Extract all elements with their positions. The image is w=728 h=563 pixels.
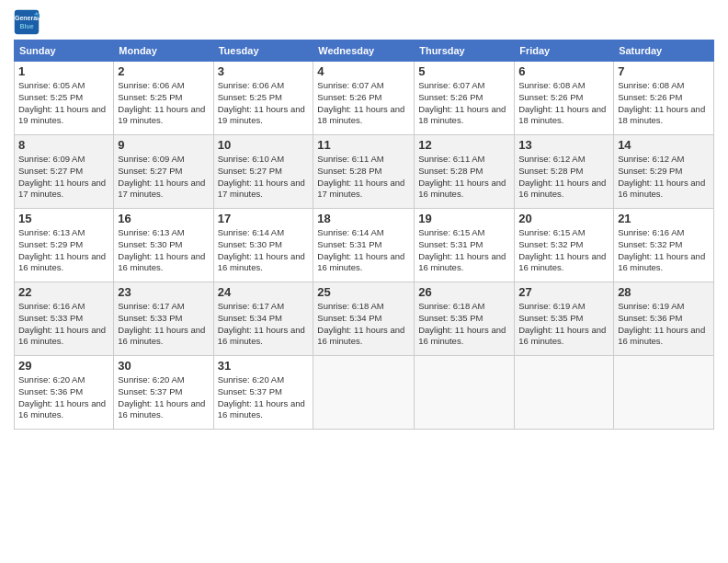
col-header-saturday: Saturday <box>614 40 714 62</box>
sunset-info: Sunset: 5:32 PM <box>518 239 583 249</box>
table-row: 25 Sunrise: 6:18 AM Sunset: 5:34 PM Dayl… <box>313 282 415 356</box>
sunset-info: Sunset: 5:26 PM <box>618 92 682 102</box>
daylight-info: Daylight: 11 hours and 16 minutes. <box>218 251 305 273</box>
sunrise-info: Sunrise: 6:07 AM <box>418 80 484 90</box>
day-number: 10 <box>218 138 310 152</box>
sunrise-info: Sunrise: 6:12 AM <box>518 154 585 164</box>
sunset-info: Sunset: 5:37 PM <box>218 386 282 396</box>
day-number: 19 <box>418 212 510 225</box>
daylight-info: Daylight: 11 hours and 16 minutes. <box>518 251 606 273</box>
sunrise-info: Sunrise: 6:14 AM <box>218 227 284 237</box>
daylight-info: Daylight: 11 hours and 18 minutes. <box>317 104 404 126</box>
calendar-table: SundayMondayTuesdayWednesdayThursdayFrid… <box>14 40 714 430</box>
table-row <box>614 356 714 430</box>
sunrise-info: Sunrise: 6:05 AM <box>18 80 85 90</box>
day-number: 15 <box>18 212 109 225</box>
sunrise-info: Sunrise: 6:13 AM <box>118 227 184 237</box>
table-row: 12 Sunrise: 6:11 AM Sunset: 5:28 PM Dayl… <box>415 135 515 209</box>
day-number: 9 <box>118 138 209 152</box>
sunset-info: Sunset: 5:28 PM <box>317 166 381 176</box>
table-row: 22 Sunrise: 6:16 AM Sunset: 5:33 PM Dayl… <box>15 282 114 356</box>
sunrise-info: Sunrise: 6:10 AM <box>218 154 284 164</box>
sunrise-info: Sunrise: 6:08 AM <box>518 80 585 90</box>
day-number: 8 <box>18 138 109 152</box>
sunrise-info: Sunrise: 6:11 AM <box>317 154 383 164</box>
sunset-info: Sunset: 5:34 PM <box>218 313 282 323</box>
table-row: 9 Sunrise: 6:09 AM Sunset: 5:27 PM Dayli… <box>114 135 213 209</box>
table-row: 28 Sunrise: 6:19 AM Sunset: 5:36 PM Dayl… <box>614 282 714 356</box>
sunset-info: Sunset: 5:34 PM <box>317 313 381 323</box>
table-row: 26 Sunrise: 6:18 AM Sunset: 5:35 PM Dayl… <box>415 282 515 356</box>
col-header-tuesday: Tuesday <box>213 40 313 62</box>
daylight-info: Daylight: 11 hours and 16 minutes. <box>518 178 606 200</box>
daylight-info: Daylight: 11 hours and 16 minutes. <box>618 178 705 200</box>
sunrise-info: Sunrise: 6:16 AM <box>618 227 684 237</box>
table-row: 10 Sunrise: 6:10 AM Sunset: 5:27 PM Dayl… <box>213 135 313 209</box>
table-row: 21 Sunrise: 6:16 AM Sunset: 5:32 PM Dayl… <box>614 209 714 282</box>
header: General Blue <box>14 9 714 35</box>
sunset-info: Sunset: 5:37 PM <box>118 386 182 396</box>
table-row: 16 Sunrise: 6:13 AM Sunset: 5:30 PM Dayl… <box>114 209 213 282</box>
sunrise-info: Sunrise: 6:13 AM <box>18 227 85 237</box>
sunrise-info: Sunrise: 6:09 AM <box>18 154 85 164</box>
daylight-info: Daylight: 11 hours and 16 minutes. <box>418 178 506 200</box>
col-header-thursday: Thursday <box>415 40 515 62</box>
col-header-wednesday: Wednesday <box>313 40 415 62</box>
sunrise-info: Sunrise: 6:16 AM <box>18 301 85 311</box>
sunset-info: Sunset: 5:27 PM <box>218 166 282 176</box>
sunset-info: Sunset: 5:35 PM <box>518 313 583 323</box>
daylight-info: Daylight: 11 hours and 17 minutes. <box>218 178 305 200</box>
day-number: 24 <box>218 285 310 299</box>
day-number: 16 <box>118 212 209 225</box>
day-number: 28 <box>618 285 710 299</box>
daylight-info: Daylight: 11 hours and 16 minutes. <box>418 251 506 273</box>
day-number: 22 <box>18 285 109 299</box>
sunset-info: Sunset: 5:29 PM <box>618 166 682 176</box>
daylight-info: Daylight: 11 hours and 16 minutes. <box>518 325 606 347</box>
daylight-info: Daylight: 11 hours and 18 minutes. <box>618 104 705 126</box>
sunrise-info: Sunrise: 6:20 AM <box>118 374 184 385</box>
day-number: 2 <box>118 64 209 78</box>
day-number: 21 <box>618 212 710 225</box>
day-number: 25 <box>317 285 410 299</box>
sunrise-info: Sunrise: 6:07 AM <box>317 80 383 90</box>
table-row: 1 Sunrise: 6:05 AM Sunset: 5:25 PM Dayli… <box>15 62 114 135</box>
sunrise-info: Sunrise: 6:20 AM <box>18 374 85 385</box>
sunset-info: Sunset: 5:28 PM <box>518 166 583 176</box>
col-header-friday: Friday <box>515 40 614 62</box>
sunset-info: Sunset: 5:33 PM <box>118 313 182 323</box>
sunrise-info: Sunrise: 6:19 AM <box>618 301 684 311</box>
daylight-info: Daylight: 11 hours and 18 minutes. <box>418 104 506 126</box>
sunset-info: Sunset: 5:27 PM <box>18 166 83 176</box>
daylight-info: Daylight: 11 hours and 19 minutes. <box>18 104 106 126</box>
sunset-info: Sunset: 5:29 PM <box>18 239 83 249</box>
sunrise-info: Sunrise: 6:11 AM <box>418 154 484 164</box>
sunrise-info: Sunrise: 6:14 AM <box>317 227 383 237</box>
sunset-info: Sunset: 5:26 PM <box>418 92 483 102</box>
sunset-info: Sunset: 5:26 PM <box>518 92 583 102</box>
table-row: 6 Sunrise: 6:08 AM Sunset: 5:26 PM Dayli… <box>515 62 614 135</box>
sunset-info: Sunset: 5:25 PM <box>218 92 282 102</box>
day-number: 13 <box>518 138 609 152</box>
day-number: 12 <box>418 138 510 152</box>
sunset-info: Sunset: 5:25 PM <box>18 92 83 102</box>
page-container: General Blue SundayMondayTuesdayWednesda… <box>0 0 728 439</box>
table-row: 18 Sunrise: 6:14 AM Sunset: 5:31 PM Dayl… <box>313 209 415 282</box>
sunrise-info: Sunrise: 6:18 AM <box>317 301 383 311</box>
day-number: 11 <box>317 138 410 152</box>
table-row: 2 Sunrise: 6:06 AM Sunset: 5:25 PM Dayli… <box>114 62 213 135</box>
table-row <box>313 356 415 430</box>
day-number: 18 <box>317 212 410 225</box>
day-number: 26 <box>418 285 510 299</box>
svg-text:General: General <box>15 15 39 21</box>
table-row: 14 Sunrise: 6:12 AM Sunset: 5:29 PM Dayl… <box>614 135 714 209</box>
table-row: 3 Sunrise: 6:06 AM Sunset: 5:25 PM Dayli… <box>213 62 313 135</box>
sunrise-info: Sunrise: 6:19 AM <box>518 301 585 311</box>
sunrise-info: Sunrise: 6:06 AM <box>218 80 284 90</box>
table-row: 13 Sunrise: 6:12 AM Sunset: 5:28 PM Dayl… <box>515 135 614 209</box>
day-number: 23 <box>118 285 209 299</box>
sunrise-info: Sunrise: 6:17 AM <box>118 301 184 311</box>
daylight-info: Daylight: 11 hours and 16 minutes. <box>618 251 705 273</box>
table-row <box>515 356 614 430</box>
table-row: 19 Sunrise: 6:15 AM Sunset: 5:31 PM Dayl… <box>415 209 515 282</box>
